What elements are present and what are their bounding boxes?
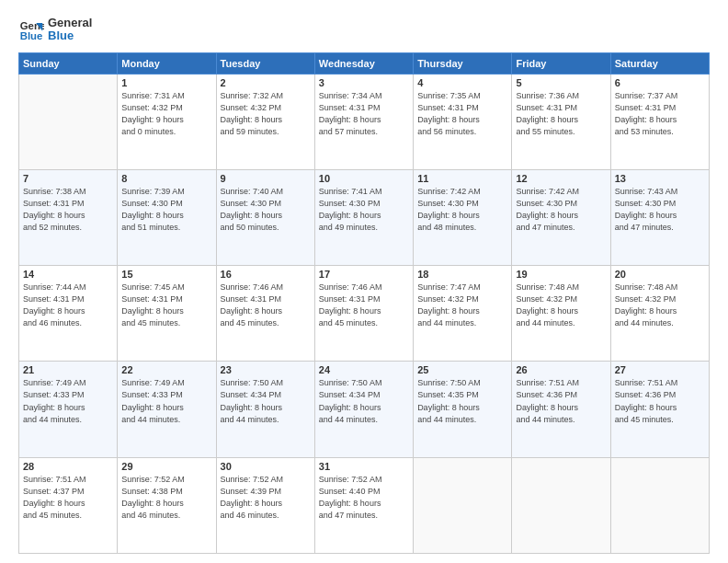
day-cell: 17Sunrise: 7:46 AMSunset: 4:31 PMDayligh… <box>314 266 413 362</box>
day-info: Sunrise: 7:35 AMSunset: 4:31 PMDaylight:… <box>417 90 507 138</box>
day-cell: 7Sunrise: 7:38 AMSunset: 4:31 PMDaylight… <box>19 169 118 265</box>
day-info: Sunrise: 7:46 AMSunset: 4:31 PMDaylight:… <box>319 282 409 329</box>
col-header-thursday: Thursday <box>414 52 512 74</box>
logo-icon: General Blue <box>18 17 44 42</box>
day-number: 25 <box>417 364 507 375</box>
day-cell: 1Sunrise: 7:31 AMSunset: 4:32 PMDaylight… <box>118 74 216 169</box>
day-cell: 15Sunrise: 7:45 AMSunset: 4:31 PMDayligh… <box>118 266 216 362</box>
day-cell <box>19 74 118 169</box>
day-cell: 31Sunrise: 7:52 AMSunset: 4:40 PMDayligh… <box>314 457 413 553</box>
day-info: Sunrise: 7:49 AMSunset: 4:33 PMDaylight:… <box>121 377 211 425</box>
day-info: Sunrise: 7:48 AMSunset: 4:32 PMDaylight:… <box>516 282 606 329</box>
day-cell: 23Sunrise: 7:50 AMSunset: 4:34 PMDayligh… <box>216 362 314 457</box>
day-number: 30 <box>221 461 311 472</box>
day-cell: 18Sunrise: 7:47 AMSunset: 4:32 PMDayligh… <box>414 266 512 362</box>
day-cell: 3Sunrise: 7:34 AMSunset: 4:31 PMDaylight… <box>314 74 413 169</box>
day-number: 11 <box>417 173 507 184</box>
day-info: Sunrise: 7:45 AMSunset: 4:31 PMDaylight:… <box>121 282 211 329</box>
day-number: 5 <box>516 77 606 88</box>
day-info: Sunrise: 7:52 AMSunset: 4:39 PMDaylight:… <box>221 474 311 522</box>
day-number: 29 <box>121 461 211 472</box>
header: General Blue General Blue <box>18 17 710 43</box>
day-cell: 21Sunrise: 7:49 AMSunset: 4:33 PMDayligh… <box>19 362 118 457</box>
day-cell <box>414 457 512 553</box>
day-cell: 13Sunrise: 7:43 AMSunset: 4:30 PMDayligh… <box>610 169 709 265</box>
day-info: Sunrise: 7:50 AMSunset: 4:34 PMDaylight:… <box>319 377 409 425</box>
calendar-table: SundayMondayTuesdayWednesdayThursdayFrid… <box>18 52 710 554</box>
logo: General Blue General Blue <box>18 17 92 43</box>
day-info: Sunrise: 7:34 AMSunset: 4:31 PMDaylight:… <box>319 90 409 138</box>
calendar-page: General Blue General Blue SundayMondayTu… <box>0 0 728 563</box>
day-number: 15 <box>121 269 211 280</box>
day-number: 2 <box>221 77 311 88</box>
day-number: 20 <box>615 269 705 280</box>
day-info: Sunrise: 7:49 AMSunset: 4:33 PMDaylight:… <box>23 377 113 425</box>
day-number: 19 <box>516 269 606 280</box>
day-cell: 30Sunrise: 7:52 AMSunset: 4:39 PMDayligh… <box>216 457 314 553</box>
day-number: 4 <box>417 77 507 88</box>
day-number: 22 <box>121 364 211 375</box>
day-cell: 12Sunrise: 7:42 AMSunset: 4:30 PMDayligh… <box>512 169 610 265</box>
week-row-4: 21Sunrise: 7:49 AMSunset: 4:33 PMDayligh… <box>19 362 710 457</box>
svg-text:Blue: Blue <box>20 30 43 41</box>
day-number: 28 <box>23 461 113 472</box>
day-cell: 10Sunrise: 7:41 AMSunset: 4:30 PMDayligh… <box>314 169 413 265</box>
day-cell: 4Sunrise: 7:35 AMSunset: 4:31 PMDaylight… <box>414 74 512 169</box>
day-info: Sunrise: 7:44 AMSunset: 4:31 PMDaylight:… <box>23 282 113 329</box>
day-cell: 14Sunrise: 7:44 AMSunset: 4:31 PMDayligh… <box>19 266 118 362</box>
day-cell: 6Sunrise: 7:37 AMSunset: 4:31 PMDaylight… <box>610 74 709 169</box>
header-row: SundayMondayTuesdayWednesdayThursdayFrid… <box>19 52 710 74</box>
day-info: Sunrise: 7:51 AMSunset: 4:36 PMDaylight:… <box>516 377 606 425</box>
day-cell: 9Sunrise: 7:40 AMSunset: 4:30 PMDaylight… <box>216 169 314 265</box>
week-row-2: 7Sunrise: 7:38 AMSunset: 4:31 PMDaylight… <box>19 169 710 265</box>
day-cell: 20Sunrise: 7:48 AMSunset: 4:32 PMDayligh… <box>610 266 709 362</box>
day-number: 17 <box>319 269 409 280</box>
day-number: 3 <box>319 77 409 88</box>
day-number: 24 <box>319 364 409 375</box>
day-info: Sunrise: 7:51 AMSunset: 4:36 PMDaylight:… <box>615 377 705 425</box>
col-header-saturday: Saturday <box>610 52 709 74</box>
col-header-monday: Monday <box>118 52 216 74</box>
day-number: 9 <box>221 173 311 184</box>
col-header-tuesday: Tuesday <box>216 52 314 74</box>
week-row-5: 28Sunrise: 7:51 AMSunset: 4:37 PMDayligh… <box>19 457 710 553</box>
day-cell: 29Sunrise: 7:52 AMSunset: 4:38 PMDayligh… <box>118 457 216 553</box>
day-info: Sunrise: 7:42 AMSunset: 4:30 PMDaylight:… <box>516 186 606 234</box>
day-cell: 25Sunrise: 7:50 AMSunset: 4:35 PMDayligh… <box>414 362 512 457</box>
col-header-sunday: Sunday <box>19 52 118 74</box>
day-info: Sunrise: 7:39 AMSunset: 4:30 PMDaylight:… <box>121 186 211 234</box>
day-number: 13 <box>615 173 705 184</box>
day-cell: 19Sunrise: 7:48 AMSunset: 4:32 PMDayligh… <box>512 266 610 362</box>
day-info: Sunrise: 7:48 AMSunset: 4:32 PMDaylight:… <box>615 282 705 329</box>
day-info: Sunrise: 7:46 AMSunset: 4:31 PMDaylight:… <box>221 282 311 329</box>
day-cell: 27Sunrise: 7:51 AMSunset: 4:36 PMDayligh… <box>610 362 709 457</box>
day-info: Sunrise: 7:52 AMSunset: 4:40 PMDaylight:… <box>319 474 409 522</box>
day-info: Sunrise: 7:50 AMSunset: 4:34 PMDaylight:… <box>221 377 311 425</box>
day-cell: 28Sunrise: 7:51 AMSunset: 4:37 PMDayligh… <box>19 457 118 553</box>
day-number: 31 <box>319 461 409 472</box>
day-number: 7 <box>23 173 113 184</box>
day-info: Sunrise: 7:41 AMSunset: 4:30 PMDaylight:… <box>319 186 409 234</box>
day-cell: 8Sunrise: 7:39 AMSunset: 4:30 PMDaylight… <box>118 169 216 265</box>
day-cell: 26Sunrise: 7:51 AMSunset: 4:36 PMDayligh… <box>512 362 610 457</box>
day-info: Sunrise: 7:38 AMSunset: 4:31 PMDaylight:… <box>23 186 113 234</box>
col-header-friday: Friday <box>512 52 610 74</box>
week-row-1: 1Sunrise: 7:31 AMSunset: 4:32 PMDaylight… <box>19 74 710 169</box>
day-number: 16 <box>221 269 311 280</box>
day-cell: 2Sunrise: 7:32 AMSunset: 4:32 PMDaylight… <box>216 74 314 169</box>
day-cell: 16Sunrise: 7:46 AMSunset: 4:31 PMDayligh… <box>216 266 314 362</box>
day-number: 26 <box>516 364 606 375</box>
day-info: Sunrise: 7:31 AMSunset: 4:32 PMDaylight:… <box>121 90 211 138</box>
day-info: Sunrise: 7:52 AMSunset: 4:38 PMDaylight:… <box>121 474 211 522</box>
day-cell: 5Sunrise: 7:36 AMSunset: 4:31 PMDaylight… <box>512 74 610 169</box>
day-info: Sunrise: 7:43 AMSunset: 4:30 PMDaylight:… <box>615 186 705 234</box>
day-info: Sunrise: 7:50 AMSunset: 4:35 PMDaylight:… <box>417 377 507 425</box>
day-info: Sunrise: 7:36 AMSunset: 4:31 PMDaylight:… <box>516 90 606 138</box>
day-info: Sunrise: 7:42 AMSunset: 4:30 PMDaylight:… <box>417 186 507 234</box>
day-number: 8 <box>121 173 211 184</box>
day-number: 14 <box>23 269 113 280</box>
day-number: 6 <box>615 77 705 88</box>
day-number: 10 <box>319 173 409 184</box>
day-cell: 11Sunrise: 7:42 AMSunset: 4:30 PMDayligh… <box>414 169 512 265</box>
week-row-3: 14Sunrise: 7:44 AMSunset: 4:31 PMDayligh… <box>19 266 710 362</box>
